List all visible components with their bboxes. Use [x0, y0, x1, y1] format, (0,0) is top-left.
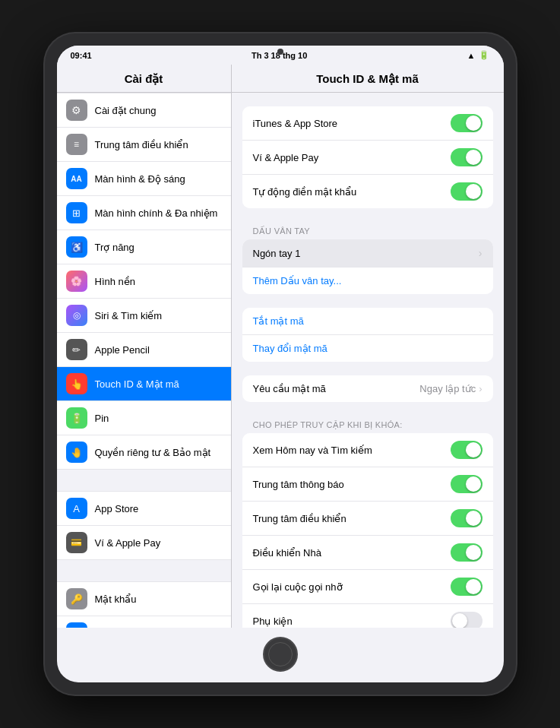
vi-icon: 💳 [66, 532, 87, 553]
sidebar-label-vi: Ví & Apple Pay [95, 537, 222, 549]
password-links-group: Tắt mật mã Thay đổi mật mã [242, 308, 493, 362]
sidebar-item-siri[interactable]: ◎ Siri & Tìm kiếm [57, 299, 231, 333]
sidebar-label-cai-dat-chung: Cài đặt chung [95, 105, 222, 116]
sidebar-label-tro-nang: Trợ năng [95, 242, 222, 253]
label-tat-mat-ma: Tắt mật mã [253, 315, 304, 327]
sidebar-item-mat-khau[interactable]: 🔑 Mật khẩu [57, 581, 231, 616]
right-panel: Touch ID & Mật mã iTunes & App Store Ví … [232, 65, 504, 628]
app-store-icon: A [66, 498, 87, 519]
row-tat-mat-ma[interactable]: Tắt mật mã [242, 308, 493, 335]
sidebar-group-1: ⚙ Cài đặt chung ≡ Trung tâm điều khiển A… [57, 93, 231, 470]
toggle-trung-tam-dieu-khien[interactable] [451, 509, 482, 527]
toggle-tu-dong[interactable] [451, 182, 482, 201]
label-goi-lai: Gọi lại cuộc gọi nhỡ [253, 581, 343, 593]
sidebar-label-quyen-rieng-tu: Quyền riêng tư & Bảo mật [95, 447, 222, 458]
ipad-device: 09:41 Th 3 18 thg 10 ▲ 🔋 Cài đặt ⚙ Cài đ… [45, 33, 516, 695]
sidebar: Cài đặt ⚙ Cài đặt chung ≡ Trung tâm điều… [57, 65, 232, 628]
right-panel-title: Touch ID & Mật mã [232, 65, 504, 93]
chevron-icon: › [479, 247, 482, 259]
row-goi-lai: Gọi lại cuộc gọi nhỡ [242, 570, 493, 604]
row-trung-tam-thong-bao: Trung tâm thông báo [242, 467, 493, 502]
main-content: Cài đặt ⚙ Cài đặt chung ≡ Trung tâm điều… [57, 65, 504, 628]
row-trung-tam-dieu-khien: Trung tâm điều khiển [242, 502, 493, 536]
man-hinh-chinh-icon: ⊞ [66, 202, 87, 223]
row-itunes-app-store: iTunes & App Store [242, 106, 493, 141]
row-phu-kien: Phụ kiện [242, 604, 493, 628]
add-fingerprint-row[interactable]: Thêm Dấu vân tay... [242, 267, 493, 294]
quyen-rieng-tu-icon: 🤚 [66, 442, 87, 463]
row-tu-dong: Tự động điền mật khẩu [242, 175, 493, 208]
toggle-phu-kien[interactable] [451, 612, 482, 628]
siri-icon: ◎ [66, 305, 87, 326]
hinh-nen-icon: 🌸 [66, 271, 87, 292]
sidebar-label-mat-khau: Mật khẩu [95, 593, 222, 605]
access-section-label: CHO PHÉP TRUY CẬP KHI BỊ KHÓA: [232, 416, 504, 433]
home-button-area [57, 628, 504, 682]
toggle-dieu-khien-nha[interactable] [451, 543, 482, 562]
sidebar-label-siri: Siri & Tìm kiếm [95, 310, 222, 321]
man-hinh-icon: AA [66, 168, 87, 189]
label-phu-kien: Phụ kiện [253, 616, 293, 627]
sidebar-item-cai-dat-chung[interactable]: ⚙ Cài đặt chung [57, 93, 231, 128]
sidebar-item-touch-id[interactable]: 👆 Touch ID & Mật mã [57, 367, 231, 401]
toggle-itunes[interactable] [451, 114, 482, 132]
sidebar-item-app-store[interactable]: A App Store [57, 491, 231, 526]
touch-id-icon: 👆 [66, 373, 87, 394]
fingerprint-row-1[interactable]: Ngón tay 1 › [242, 239, 493, 267]
require-label: Yêu cầu mật mã [253, 383, 326, 394]
sidebar-title: Cài đặt [57, 65, 231, 93]
add-fingerprint-label: Thêm Dấu vân tay... [253, 275, 342, 286]
sidebar-item-pin[interactable]: 🔋 Pin [57, 401, 231, 435]
sidebar-label-trung-tam: Trung tâm điều khiển [95, 139, 222, 150]
sidebar-label-pin: Pin [95, 413, 222, 424]
toggle-xem-hom-nay[interactable] [451, 441, 482, 459]
label-itunes: iTunes & App Store [253, 118, 338, 129]
require-value-container: Ngay lập tức › [419, 383, 482, 394]
front-camera [277, 49, 283, 55]
row-vi-apple-pay: Ví & Apple Pay [242, 141, 493, 175]
sidebar-item-quyen-rieng-tu[interactable]: 🤚 Quyền riêng tư & Bảo mật [57, 435, 231, 470]
label-xem-hom-nay: Xem Hôm nay và Tìm kiếm [253, 445, 372, 456]
sidebar-item-man-hinh-chinh[interactable]: ⊞ Màn hình chính & Đa nhiệm [57, 196, 231, 230]
label-trung-tam-dieu-khien: Trung tâm điều khiển [253, 513, 346, 524]
mat-khau-icon: 🔑 [66, 588, 87, 609]
pin-icon: 🔋 [66, 407, 87, 429]
sidebar-item-hinh-nen[interactable]: 🌸 Hình nền [57, 264, 231, 299]
wifi-icon: ▲ [467, 51, 476, 60]
toggle-goi-lai[interactable] [451, 578, 482, 596]
sidebar-group-3: 🔑 Mật khẩu ✉ Mail 👤 Danh bạ 📅 [57, 581, 231, 628]
require-value: Ngay lập tức [419, 383, 476, 394]
sidebar-label-man-hinh-chinh: Màn hình chính & Đa nhiệm [95, 207, 222, 219]
access-group: Xem Hôm nay và Tìm kiếm Trung tâm thông … [242, 433, 493, 628]
toggle-vi[interactable] [451, 148, 482, 166]
require-row[interactable]: Yêu cầu mật mã Ngay lập tức › [242, 375, 493, 402]
sidebar-label-app-store: App Store [95, 503, 222, 514]
require-group: Yêu cầu mật mã Ngay lập tức › [242, 375, 493, 402]
sidebar-item-trung-tam[interactable]: ≡ Trung tâm điều khiển [57, 128, 231, 162]
sidebar-group-2: A App Store 💳 Ví & Apple Pay [57, 491, 231, 560]
sidebar-divider-2 [57, 560, 231, 581]
row-thay-doi-mat-ma[interactable]: Thay đổi mật mã [242, 335, 493, 362]
fingerprint-section-label: DẤU VÂN TAY [232, 222, 504, 239]
sidebar-item-apple-pencil[interactable]: ✏ Apple Pencil [57, 333, 231, 367]
sidebar-item-mail[interactable]: ✉ Mail [57, 616, 231, 628]
fingerprint-1-label: Ngón tay 1 [253, 248, 301, 259]
sidebar-label-apple-pencil: Apple Pencil [95, 344, 222, 356]
sidebar-label-touch-id: Touch ID & Mật mã [95, 378, 222, 390]
row-dieu-khien-nha: Điều khiển Nhà [242, 536, 493, 570]
sidebar-item-tro-nang[interactable]: ♿ Trợ năng [57, 230, 231, 264]
sidebar-item-man-hinh[interactable]: AA Màn hình & Độ sáng [57, 162, 231, 196]
sidebar-label-hinh-nen: Hình nền [95, 276, 222, 287]
label-thay-doi-mat-ma: Thay đổi mật mã [253, 343, 327, 354]
home-button[interactable] [263, 637, 298, 672]
fingerprint-group: Ngón tay 1 › Thêm Dấu vân tay... [242, 239, 493, 294]
label-tu-dong: Tự động điền mật khẩu [253, 186, 357, 198]
sidebar-item-vi-apple-pay[interactable]: 💳 Ví & Apple Pay [57, 526, 231, 560]
toggle-trung-tam-thong-bao[interactable] [451, 475, 482, 493]
label-trung-tam-thong-bao: Trung tâm thông báo [253, 479, 344, 490]
sidebar-divider-1 [57, 470, 231, 491]
top-toggle-group: iTunes & App Store Ví & Apple Pay Tự độn… [242, 106, 493, 208]
mail-icon: ✉ [66, 622, 87, 628]
require-section: Yêu cầu mật mã Ngay lập tức › [232, 375, 504, 402]
sidebar-label-man-hinh: Màn hình & Độ sáng [95, 173, 222, 185]
